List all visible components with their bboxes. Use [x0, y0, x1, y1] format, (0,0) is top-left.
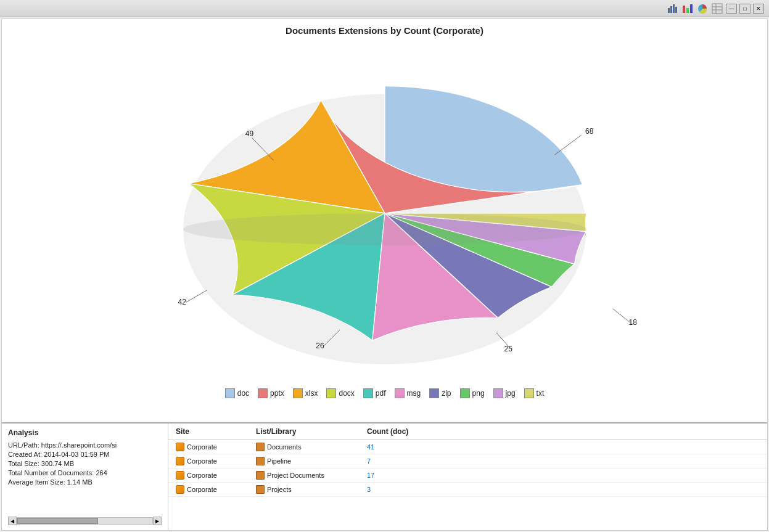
- cell-site-0: Corporate: [173, 441, 253, 452]
- legend-label-xlsx: xlsx: [305, 389, 318, 398]
- svg-rect-1: [670, 6, 672, 13]
- svg-rect-8: [712, 4, 722, 14]
- lib-icon: [256, 471, 265, 480]
- legend-label-pptx: pptx: [270, 389, 284, 398]
- table-icon: [711, 2, 723, 15]
- site-icon: [176, 485, 184, 494]
- svg-rect-0: [668, 8, 670, 13]
- svg-rect-6: [690, 4, 693, 13]
- svg-rect-3: [675, 7, 677, 13]
- title-bar: — □ ✕: [0, 0, 769, 17]
- legend-color-docx: [326, 388, 336, 398]
- analysis-total-docs: Total Number of Documents: 264: [8, 469, 162, 477]
- scroll-right-button[interactable]: ▶: [153, 517, 162, 525]
- legend-item-docx: docx: [326, 388, 354, 398]
- analysis-total-size: Total Size: 300.74 MB: [8, 460, 162, 467]
- legend-color-pptx: [258, 388, 268, 398]
- label-pdf: 25: [504, 345, 512, 353]
- analysis-avg-size: Average Item Size: 1.14 MB: [8, 478, 162, 486]
- analysis-created: Created At: 2014-04-03 01:59 PM: [8, 451, 162, 458]
- legend-label-docx: docx: [339, 389, 354, 398]
- maximize-button[interactable]: □: [739, 4, 750, 14]
- legend-color-jpg: [493, 388, 503, 398]
- chart-title: Documents Extensions by Count (Corporate…: [286, 25, 483, 36]
- table-body: Corporate Documents 41 Corporate: [168, 440, 767, 530]
- pie-container: 68 49 42 26 25 18 7 5 5 5: [120, 41, 650, 386]
- legend-label-txt: txt: [537, 389, 545, 398]
- table-row[interactable]: Corporate Project Documents 17: [168, 469, 767, 483]
- legend-color-doc: [225, 388, 235, 398]
- col-header-library: List/Library: [253, 426, 364, 437]
- legend-item-pdf: pdf: [363, 388, 386, 398]
- legend-color-txt: [524, 388, 534, 398]
- scroll-track[interactable]: [17, 517, 153, 525]
- legend-color-zip: [429, 388, 439, 398]
- legend-label-pdf: pdf: [376, 389, 386, 398]
- chart-small-icon: [667, 2, 679, 15]
- leader-msg: [612, 309, 631, 324]
- table-panel: Site List/Library Count (doc) Corporate …: [168, 424, 767, 530]
- pie-chart-svg: 68 49 42 26 25 18 7 5 5 5: [120, 41, 650, 386]
- col-header-site: Site: [173, 426, 253, 437]
- legend-label-jpg: jpg: [506, 389, 516, 398]
- cell-library-0: Documents: [253, 441, 364, 452]
- cell-count-3: 3: [364, 485, 432, 494]
- cell-site-3: Corporate: [173, 484, 253, 495]
- cell-site-1: Corporate: [173, 456, 253, 467]
- table-header: Site List/Library Count (doc): [168, 424, 767, 440]
- legend-color-png: [460, 388, 470, 398]
- site-icon: [176, 471, 184, 480]
- cell-count-0: 41: [364, 442, 432, 452]
- lib-icon: [256, 443, 265, 451]
- lib-icon: [256, 485, 265, 494]
- bar-chart-icon: [681, 2, 694, 15]
- cell-count-1: 7: [364, 456, 432, 466]
- site-icon: [176, 457, 184, 465]
- legend-color-xlsx: [293, 388, 303, 398]
- legend-color-msg: [395, 388, 405, 398]
- analysis-title: Analysis: [8, 428, 162, 437]
- label-doc: 68: [585, 127, 594, 136]
- scroll-left-button[interactable]: ◀: [8, 517, 17, 525]
- legend-label-zip: zip: [442, 389, 451, 398]
- cell-count-2: 17: [364, 470, 432, 480]
- legend-label-msg: msg: [407, 389, 421, 398]
- analysis-panel: Analysis URL/Path: https://.sharepoint.c…: [2, 424, 168, 530]
- cell-library-2: Project Documents: [253, 470, 364, 481]
- legend-item-zip: zip: [429, 388, 451, 398]
- main-area: Documents Extensions by Count (Corporate…: [1, 18, 768, 531]
- col-header-count: Count (doc): [364, 426, 432, 437]
- label-xlsx: 42: [178, 298, 186, 306]
- leader-xlsx: [186, 290, 207, 303]
- svg-rect-2: [673, 4, 675, 13]
- chart-legend: doc pptx xlsx docx pdf msg: [225, 388, 545, 398]
- analysis-url: URL/Path: https://.sharepoint.com/si: [8, 441, 162, 449]
- minimize-button[interactable]: —: [726, 4, 737, 14]
- site-icon: [176, 443, 184, 451]
- legend-item-msg: msg: [395, 388, 421, 398]
- legend-label-doc: doc: [237, 389, 249, 398]
- bottom-panel: Analysis URL/Path: https://.sharepoint.c…: [2, 422, 767, 530]
- legend-item-png: png: [460, 388, 485, 398]
- table-row[interactable]: Corporate Documents 41: [168, 440, 767, 454]
- svg-point-13: [183, 213, 586, 245]
- legend-item-pptx: pptx: [258, 388, 284, 398]
- close-button[interactable]: ✕: [753, 4, 764, 14]
- scroll-thumb[interactable]: [17, 518, 98, 524]
- table-row[interactable]: Corporate Pipeline 7: [168, 454, 767, 469]
- table-row[interactable]: Corporate Projects 3: [168, 483, 767, 497]
- cell-site-2: Corporate: [173, 470, 253, 481]
- cell-library-1: Pipeline: [253, 456, 364, 467]
- legend-label-png: png: [472, 389, 485, 398]
- cell-library-3: Projects: [253, 484, 364, 495]
- lib-icon: [256, 457, 265, 465]
- legend-item-doc: doc: [225, 388, 249, 398]
- label-pptx: 49: [245, 129, 253, 138]
- label-docx: 26: [316, 342, 324, 350]
- pie-chart-icon: [696, 2, 709, 15]
- horizontal-scrollbar[interactable]: ◀ ▶: [8, 513, 162, 525]
- legend-item-xlsx: xlsx: [293, 388, 318, 398]
- legend-color-pdf: [363, 388, 373, 398]
- chart-area: Documents Extensions by Count (Corporate…: [2, 19, 767, 422]
- svg-rect-4: [683, 6, 685, 13]
